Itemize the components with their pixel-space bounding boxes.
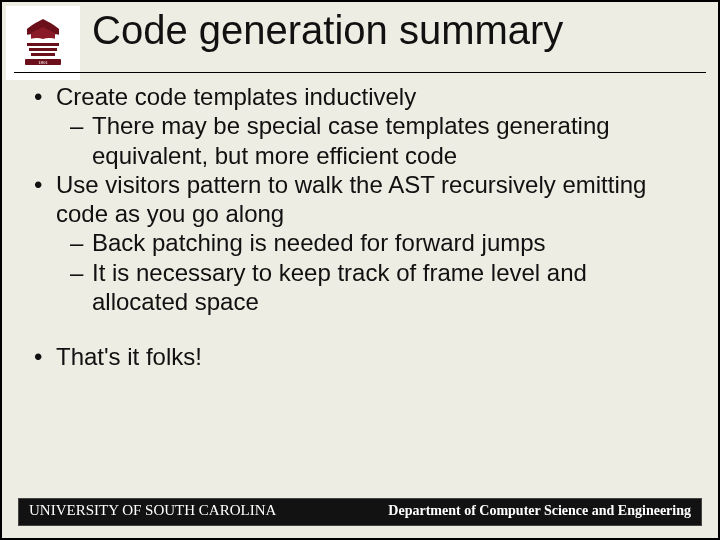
svg-rect-0 <box>27 43 59 46</box>
bullet-2-sub-2-text: It is necessary to keep track of frame l… <box>92 258 688 317</box>
bullet-2: • Use visitors pattern to walk the AST r… <box>34 170 688 229</box>
bullet-1-sub-1: – There may be special case templates ge… <box>34 111 688 170</box>
slide-body: • Create code templates inductively – Th… <box>34 82 688 371</box>
bullet-3-text: That's it folks! <box>56 342 202 371</box>
footer-department: Department of Computer Science and Engin… <box>388 503 691 519</box>
dash-marker: – <box>70 258 92 317</box>
bullet-1: • Create code templates inductively <box>34 82 688 111</box>
bullet-marker: • <box>34 82 56 111</box>
bullet-2-sub-1: – Back patching is needed for forward ju… <box>34 228 688 257</box>
svg-rect-2 <box>31 53 55 56</box>
bullet-marker: • <box>34 170 56 229</box>
slide: 1801 Code generation summary • Create co… <box>0 0 720 540</box>
bullet-3: • That's it folks! <box>34 342 688 371</box>
seal-icon: 1801 <box>13 13 73 73</box>
bullet-1-sub-1-text: There may be special case templates gene… <box>92 111 688 170</box>
bullet-1-text: Create code templates inductively <box>56 82 416 111</box>
svg-text:1801: 1801 <box>38 60 49 65</box>
svg-rect-1 <box>29 48 57 51</box>
bullet-marker: • <box>34 342 56 371</box>
footer-main: UNIVERSITY OF SOUTH CAROLINA Department … <box>18 498 702 526</box>
university-seal-logo: 1801 <box>6 6 80 80</box>
dash-marker: – <box>70 111 92 170</box>
bullet-2-text: Use visitors pattern to walk the AST rec… <box>56 170 688 229</box>
footer-university: UNIVERSITY OF SOUTH CAROLINA <box>29 502 276 519</box>
dash-marker: – <box>70 228 92 257</box>
bullet-2-sub-1-text: Back patching is needed for forward jump… <box>92 228 546 257</box>
bullet-2-sub-2: – It is necessary to keep track of frame… <box>34 258 688 317</box>
title-divider <box>14 72 706 73</box>
footer-bar: UNIVERSITY OF SOUTH CAROLINA Department … <box>18 494 702 526</box>
slide-title: Code generation summary <box>92 8 698 53</box>
